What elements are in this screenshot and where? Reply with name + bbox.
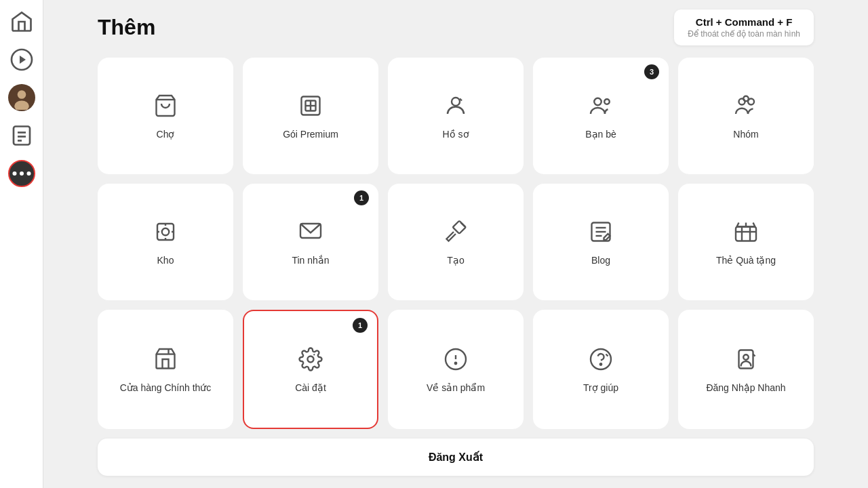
svg-point-25: [162, 228, 170, 236]
storage-icon: [153, 220, 178, 247]
shortcut-hint: Ctrl + Command + F Để thoát chế độ toàn …: [674, 9, 814, 45]
grid-item-nhom[interactable]: Nhóm: [678, 58, 814, 174]
svg-point-3: [17, 90, 26, 99]
giftcard-icon: [734, 220, 758, 247]
grid-item-label-ve-san-pham: Về sản phẩm: [427, 382, 485, 394]
about-icon: [443, 347, 468, 375]
grid-item-tro-giup[interactable]: Trợ giúp: [533, 310, 669, 429]
grid-item-cua-hang[interactable]: Cửa hàng Chính thức: [98, 310, 233, 429]
grid-item-label-blog: Blog: [591, 254, 610, 266]
grid-item-label-nhom: Nhóm: [733, 128, 758, 140]
grid-item-ve-san-pham[interactable]: Về sản phẩm: [388, 310, 524, 429]
blog-icon: [589, 220, 613, 247]
logout-row: Đăng Xuất: [98, 429, 814, 488]
grid-item-ban-be[interactable]: 3Bạn bè: [533, 58, 669, 174]
more-icon[interactable]: [8, 160, 35, 187]
grid-item-label-cho: Chợ: [157, 128, 175, 140]
grid-item-label-premium: Gói Premium: [283, 128, 338, 140]
svg-point-9: [12, 171, 16, 176]
grid-item-ho-so[interactable]: Hồ sơ: [388, 58, 524, 174]
play-icon[interactable]: [8, 46, 35, 73]
shortcut-keys: Ctrl + Command + F: [688, 16, 800, 28]
page-title: Thêm: [98, 15, 155, 40]
settings-icon: [298, 347, 323, 375]
grid-item-label-tin-nhan: Tin nhắn: [292, 254, 329, 266]
grid-item-label-tao: Tạo: [447, 254, 464, 266]
grid-item-label-kho: Kho: [157, 254, 174, 266]
grid-item-label-tro-giup: Trợ giúp: [583, 382, 618, 394]
svg-rect-27: [453, 221, 466, 234]
grid-item-tao[interactable]: Tạo: [388, 184, 524, 300]
grid-item-label-cai-dat: Cài đặt: [295, 382, 326, 394]
grid-item-cai-dat[interactable]: 1Cài đặt: [243, 310, 378, 429]
svg-marker-1: [20, 56, 26, 64]
help-icon: [589, 347, 613, 375]
grid-item-dang-nhap-nhanh[interactable]: Đăng Nhập Nhanh: [678, 310, 814, 429]
messages-icon: [298, 220, 323, 247]
menu-grid: ChợGói PremiumHồ sơ3Bạn bèNhómKho1Tin nh…: [98, 58, 814, 429]
profile-icon: [443, 94, 468, 121]
shop-icon: [153, 94, 178, 121]
grid-item-premium[interactable]: Gói Premium: [243, 58, 378, 174]
quicklogin-icon: [734, 347, 758, 375]
svg-point-34: [308, 357, 314, 363]
grid-item-label-the-qua-tang: Thẻ Quà tặng: [716, 254, 776, 266]
header: Thêm Ctrl + Command + F Để thoát chế độ …: [98, 0, 814, 58]
grid-item-label-dang-nhap-nhanh: Đăng Nhập Nhanh: [706, 382, 785, 394]
svg-rect-24: [157, 224, 174, 240]
create-icon: [443, 220, 468, 247]
sidebar: [0, 0, 43, 488]
svg-point-20: [604, 100, 610, 105]
svg-rect-5: [14, 127, 30, 145]
notes-icon[interactable]: [8, 122, 35, 149]
store-icon: [153, 347, 178, 375]
svg-point-19: [594, 98, 601, 106]
shortcut-desc: Để thoát chế độ toàn màn hình: [688, 29, 800, 39]
svg-point-41: [743, 355, 749, 361]
svg-point-37: [455, 363, 456, 364]
premium-icon: [298, 94, 323, 121]
grid-item-label-cua-hang: Cửa hàng Chính thức: [120, 382, 212, 394]
avatar-icon[interactable]: [8, 84, 35, 111]
svg-point-11: [26, 171, 31, 176]
grid-item-label-ho-so: Hồ sơ: [443, 128, 469, 140]
badge-ban-be: 3: [644, 64, 659, 79]
svg-point-38: [591, 349, 611, 369]
badge-tin-nhan: 1: [354, 190, 369, 205]
logout-button[interactable]: Đăng Xuất: [98, 439, 814, 476]
grid-item-cho[interactable]: Chợ: [98, 58, 233, 174]
svg-point-39: [600, 364, 601, 365]
svg-point-23: [743, 96, 749, 102]
grid-item-the-qua-tang[interactable]: Thẻ Quà tặng: [678, 184, 814, 300]
grid-item-tin-nhan[interactable]: 1Tin nhắn: [243, 184, 378, 300]
svg-point-17: [452, 98, 460, 106]
grid-item-label-ban-be: Bạn bè: [585, 128, 616, 140]
svg-point-10: [20, 171, 24, 176]
svg-rect-32: [736, 227, 756, 241]
grid-item-blog[interactable]: Blog: [533, 184, 669, 300]
groups-icon: [734, 94, 758, 121]
main-content: Thêm Ctrl + Command + F Để thoát chế độ …: [43, 0, 868, 488]
home-icon[interactable]: [8, 8, 35, 35]
badge-cai-dat: 1: [353, 318, 368, 333]
friends-icon: [589, 94, 613, 121]
grid-item-kho[interactable]: Kho: [98, 184, 233, 300]
